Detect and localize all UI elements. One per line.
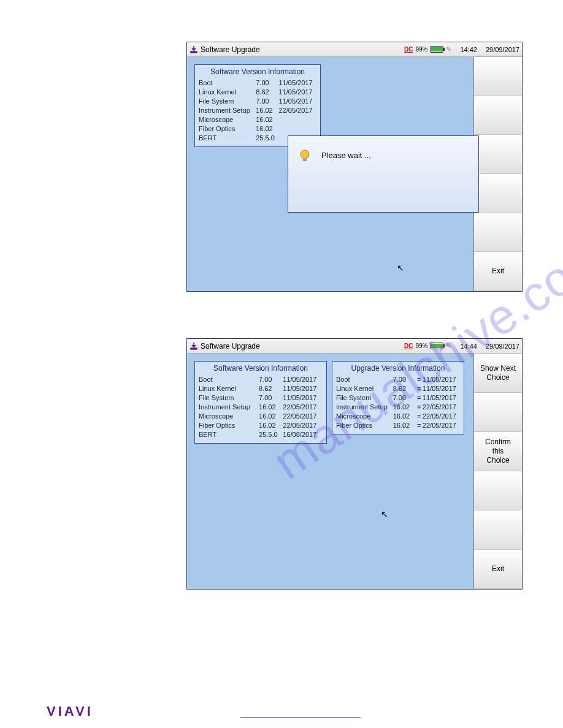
table-row: Microscope16.02=22/05/2017: [336, 412, 460, 421]
status-area: DC 99% ✎ 14:44 29/09/2017: [404, 342, 519, 350]
table-row: Microscope16.02: [199, 115, 316, 124]
software-version-panel: Software Version Information Boot7.0011/…: [194, 64, 321, 147]
side-button-empty[interactable]: .: [474, 57, 522, 96]
mouse-cursor-icon: ↖: [397, 263, 404, 273]
panel-title: Upgrade Version Information: [332, 362, 464, 375]
table-row: Boot7.00=11/05/2017: [336, 375, 460, 384]
table-row: Fiber Optics16.0222/05/2017: [199, 421, 323, 430]
titlebar: Software Upgrade DC 99% ✎ 14:42 29/09/20…: [187, 42, 522, 57]
lightbulb-icon: [297, 148, 313, 164]
panel-title: Software Version Information: [195, 65, 320, 78]
table-row: Microscope16.0222/05/2017: [199, 412, 323, 421]
clock-date: 29/09/2017: [486, 46, 519, 53]
battery-percent: 99%: [415, 46, 427, 53]
download-icon: [190, 45, 198, 54]
table-row: Instrument Setup16.0222/05/2017: [199, 106, 316, 115]
plug-icon: ✎: [446, 45, 451, 53]
status-area: DC 99% ✎ 14:42 29/09/2017: [404, 45, 519, 53]
software-version-panel: Software Version Information Boot7.0011/…: [194, 361, 327, 444]
clock-time: 14:42: [460, 46, 477, 53]
table-row: File System7.0011/05/2017: [199, 97, 316, 106]
side-button-empty[interactable]: .: [474, 510, 522, 550]
screenshot-2: Software Upgrade DC 99% ✎ 14:44 29/09/20…: [186, 338, 523, 590]
table-row: Fiber Optics16.02=22/05/2017: [336, 421, 460, 430]
window-title: Software Upgrade: [201, 45, 260, 54]
sidebar: Show Next Choice . Confirm this Choice .…: [474, 354, 522, 589]
table-row: Boot7.0011/05/2017: [199, 78, 316, 88]
please-wait-dialog: Please wait ...: [288, 135, 479, 213]
battery-icon: [430, 343, 443, 349]
titlebar: Software Upgrade DC 99% ✎ 14:44 29/09/20…: [187, 339, 522, 354]
show-next-choice-button[interactable]: Show Next Choice: [474, 354, 522, 393]
version-table: Boot7.0011/05/2017 Linux Kernel8.6211/05…: [195, 375, 326, 443]
side-button-empty[interactable]: .: [474, 96, 522, 135]
battery-icon: [430, 46, 443, 53]
confirm-choice-button[interactable]: Confirm this Choice: [474, 432, 522, 471]
viavi-logo: VIAVI: [47, 703, 93, 719]
mouse-cursor-icon: ↖: [381, 509, 388, 519]
side-button-empty[interactable]: .: [474, 471, 522, 510]
table-row: Linux Kernel8.6211/05/2017: [199, 384, 323, 393]
dc-indicator: DC: [404, 46, 413, 53]
plug-icon: ✎: [446, 342, 451, 350]
svg-rect-1: [303, 158, 307, 161]
sidebar: . . . . . Exit: [474, 57, 522, 291]
footer-divider: [240, 717, 361, 718]
table-row: Fiber Optics16.02: [199, 124, 316, 134]
dc-indicator: DC: [404, 343, 413, 349]
side-button-empty[interactable]: .: [474, 213, 522, 252]
version-table: Boot7.00=11/05/2017 Linux Kernel8.62=11/…: [332, 375, 464, 434]
side-button-empty[interactable]: .: [474, 135, 522, 174]
table-row: Instrument Setup16.02=22/05/2017: [336, 403, 460, 412]
battery-percent: 99%: [415, 343, 427, 349]
window-title: Software Upgrade: [201, 342, 260, 351]
panel-title: Software Version Information: [195, 362, 326, 375]
upgrade-version-panel: Upgrade Version Information Boot7.00=11/…: [332, 361, 464, 434]
clock-date: 29/09/2017: [486, 343, 519, 350]
table-row: File System7.0011/05/2017: [199, 393, 323, 403]
table-row: Linux Kernel8.62=11/05/2017: [336, 384, 460, 393]
clock-time: 14:44: [460, 343, 477, 350]
exit-button[interactable]: Exit: [474, 550, 522, 589]
download-icon: [190, 342, 198, 351]
screenshot-1: Software Upgrade DC 99% ✎ 14:42 29/09/20…: [186, 42, 523, 292]
exit-button[interactable]: Exit: [474, 252, 522, 291]
table-row: File System7.00=11/05/2017: [336, 393, 460, 403]
table-row: Boot7.0011/05/2017: [199, 375, 323, 384]
table-row: Linux Kernel8.6211/05/2017: [199, 88, 316, 97]
table-row: BERT25.5.016/08/2017: [199, 430, 323, 439]
dialog-message: Please wait ...: [321, 151, 371, 160]
side-button-empty[interactable]: .: [474, 174, 522, 213]
table-row: Instrument Setup16.0222/05/2017: [199, 403, 323, 412]
side-button-empty[interactable]: .: [474, 393, 522, 432]
svg-point-0: [301, 150, 309, 159]
